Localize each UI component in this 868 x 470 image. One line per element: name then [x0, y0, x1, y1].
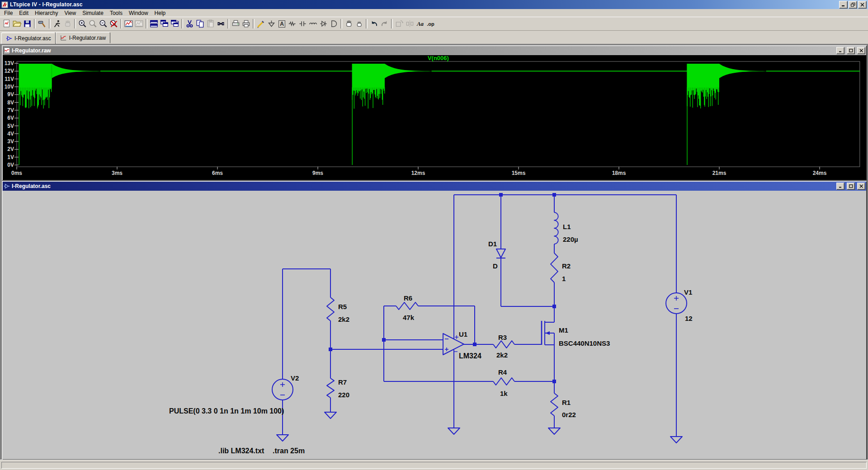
cut-icon[interactable] — [184, 19, 195, 29]
svg-text:6V: 6V — [7, 115, 14, 121]
waveform-maximize-button[interactable] — [847, 47, 855, 54]
schematic-close-button[interactable] — [857, 183, 865, 190]
svg-text:0ms: 0ms — [11, 170, 22, 176]
control-panel-icon[interactable] — [37, 19, 47, 29]
cascade-windows-icon[interactable] — [159, 19, 170, 29]
zoom-out-icon[interactable] — [98, 19, 108, 29]
resistor-icon[interactable] — [287, 19, 297, 29]
save-icon[interactable] — [22, 19, 33, 29]
capacitor-icon[interactable] — [297, 19, 308, 29]
svg-text:M1: M1 — [559, 326, 568, 334]
menu-item-window[interactable]: Window — [126, 9, 151, 17]
toolbar-separator — [120, 19, 122, 28]
undo-icon[interactable] — [369, 19, 379, 29]
schematic-window-title: I-Regulator.asc — [12, 183, 834, 189]
status-panel — [1, 462, 867, 469]
toolbar-separator — [181, 19, 183, 28]
inductor-icon[interactable] — [308, 19, 318, 29]
menu-bar: FileEditHierarchyViewSimulateToolsWindow… — [0, 9, 868, 17]
svg-text:PULSE(0 3.3 0 1n 1n 1m 10m 100: PULSE(0 3.3 0 1n 1n 1m 10m 100) — [169, 407, 284, 415]
menu-item-simulate[interactable]: Simulate — [79, 9, 107, 17]
find-icon[interactable] — [216, 19, 226, 29]
svg-text:LM324: LM324 — [459, 352, 481, 360]
tab-label: I-Regulator.asc — [14, 35, 51, 42]
svg-text:V2: V2 — [291, 374, 299, 382]
tile-vertical-icon[interactable] — [170, 19, 180, 29]
plot-settings-icon — [134, 19, 144, 29]
menu-item-edit[interactable]: Edit — [16, 9, 32, 17]
svg-text:U1: U1 — [459, 330, 467, 338]
move-icon[interactable] — [344, 19, 354, 29]
menu-item-hierarchy[interactable]: Hierarchy — [32, 9, 61, 17]
run-icon[interactable] — [52, 19, 62, 29]
print-icon[interactable] — [241, 19, 251, 29]
minimize-button[interactable] — [839, 1, 848, 9]
open-file-icon[interactable] — [12, 19, 22, 29]
svg-text:7V: 7V — [7, 107, 14, 113]
zoom-in-icon[interactable] — [77, 19, 88, 29]
schematic-canvas[interactable]: R52k2R7220V2PULSE(0 3.3 0 1n 1n 1m 10m 1… — [3, 191, 866, 459]
svg-text:R1: R1 — [562, 399, 571, 406]
restore-button[interactable] — [849, 1, 857, 9]
svg-text:18ms: 18ms — [612, 170, 626, 176]
waveform-close-button[interactable] — [857, 47, 865, 54]
status-bar — [0, 460, 868, 470]
menu-item-file[interactable]: File — [1, 9, 16, 17]
close-button[interactable] — [858, 1, 867, 9]
zoom-extents-icon — [88, 19, 98, 29]
menu-item-help[interactable]: Help — [151, 9, 169, 17]
tile-horizontal-icon[interactable] — [149, 19, 159, 29]
toolbar: AAa.op — [0, 17, 868, 31]
tab-waveform[interactable]: I-Regulator.raw — [56, 32, 110, 43]
autorange-icon[interactable] — [123, 19, 134, 29]
svg-text:3V: 3V — [7, 138, 14, 145]
waveform-window-title-bar[interactable]: I-Regulator.raw — [3, 46, 866, 55]
drag-icon[interactable] — [354, 19, 364, 29]
svg-text:47k: 47k — [403, 314, 415, 321]
main-title-bar[interactable]: LTspice IV - I-Regulator.asc — [0, 0, 868, 9]
toolbar-separator — [391, 19, 393, 28]
paste-icon — [205, 19, 216, 29]
svg-text:21ms: 21ms — [712, 170, 726, 176]
toolbar-separator — [227, 19, 229, 28]
app-icon — [1, 1, 8, 8]
waveform-minimize-button[interactable] — [836, 47, 844, 54]
toolbar-separator — [74, 19, 76, 28]
copy-icon[interactable] — [195, 19, 205, 29]
svg-text:220: 220 — [338, 391, 349, 399]
svg-text:9ms: 9ms — [312, 170, 323, 176]
component-icon[interactable] — [329, 19, 339, 29]
net-label-icon[interactable]: A — [277, 19, 287, 29]
waveform-window-title: I-Regulator.raw — [12, 47, 834, 54]
rotate-icon — [394, 19, 405, 29]
svg-text:3ms: 3ms — [112, 170, 123, 176]
diode-icon[interactable] — [318, 19, 329, 29]
svg-text:R4: R4 — [498, 368, 507, 376]
svg-text:2k2: 2k2 — [496, 351, 508, 359]
schematic-minimize-button[interactable] — [836, 183, 844, 190]
svg-text:10V: 10V — [5, 84, 14, 90]
new-schematic-icon[interactable] — [1, 19, 12, 29]
text-tool-icon[interactable]: Aa — [415, 19, 425, 29]
schematic-window-icon — [4, 183, 10, 189]
ground-icon[interactable] — [266, 19, 277, 29]
waveform-window-icon — [4, 47, 10, 54]
svg-text:R2: R2 — [562, 262, 571, 270]
schematic-tab-icon — [6, 35, 12, 42]
toolbar-separator — [366, 19, 368, 28]
waveform-plot[interactable]: V(n006)0V1V2V3V4V5V6V7V8V9V10V11V12V13V0… — [3, 55, 866, 180]
svg-text:R5: R5 — [338, 303, 347, 310]
print-preview-icon[interactable] — [231, 19, 241, 29]
schematic-maximize-button[interactable] — [847, 183, 855, 190]
tab-schematic[interactable]: I-Regulator.asc — [1, 32, 56, 44]
spice-directive-icon[interactable]: .op — [425, 19, 436, 29]
wire-icon[interactable] — [256, 19, 266, 29]
svg-text:11V: 11V — [5, 76, 14, 82]
schematic-window-title-bar[interactable]: I-Regulator.asc — [3, 182, 866, 191]
svg-text:2V: 2V — [7, 146, 14, 152]
menu-item-view[interactable]: View — [61, 9, 79, 17]
zoom-undo-icon[interactable] — [108, 19, 119, 29]
svg-text:24ms: 24ms — [813, 170, 827, 176]
toolbar-separator — [253, 19, 255, 28]
menu-item-tools[interactable]: Tools — [107, 9, 126, 17]
